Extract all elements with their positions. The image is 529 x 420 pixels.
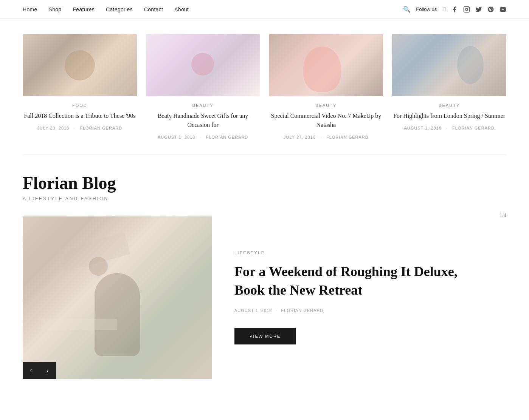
nav-right: 🔍 Follow us  [403, 6, 506, 13]
nav-shop[interactable]: Shop [49, 6, 62, 12]
instagram-icon[interactable] [463, 6, 470, 13]
blog-title: Florian Blog [23, 174, 506, 193]
featured-title: For a Weekend of Roughing It Deluxe, Boo… [234, 262, 484, 299]
card-1: FOOD Fall 2018 Collection is a Tribute t… [23, 34, 137, 139]
prev-button[interactable]: ‹ [23, 362, 39, 379]
nav-features[interactable]: Features [73, 6, 95, 12]
card-1-image [23, 34, 137, 96]
facebook-icon[interactable] [451, 6, 458, 13]
facebook-icon[interactable]:  [444, 6, 446, 13]
cards-section: FOOD Fall 2018 Collection is a Tribute t… [0, 19, 529, 151]
pinterest-icon[interactable] [487, 6, 494, 13]
card-3-category: BEAUTY [269, 103, 383, 108]
search-icon[interactable]: 🔍 [403, 6, 411, 13]
card-4-title: For Highlights from London Spring / Summ… [392, 111, 506, 120]
youtube-icon[interactable] [500, 6, 506, 13]
featured-content: ‹ › 1/4 LIFESTYLE For a Weekend of Rough… [23, 216, 506, 379]
card-2-meta: AUGUST 1, 2018 · FLORIAN GERARD [146, 135, 260, 139]
card-2-date: AUGUST 1, 2018 [158, 135, 195, 139]
card-4-meta: AUGUST 1, 2018 · FLORIAN GERARD [392, 126, 506, 130]
featured-text: 1/4 LIFESTYLE For a Weekend of Roughing … [212, 216, 506, 379]
card-3-image [269, 34, 383, 96]
card-3-date: JULY 27, 2018 [284, 135, 316, 139]
svg-rect-0 [464, 6, 470, 12]
card-2-category: BEAUTY [146, 103, 260, 108]
nav-about[interactable]: About [174, 6, 189, 12]
nav-categories[interactable]: Categories [106, 6, 133, 12]
card-4-image [392, 34, 506, 96]
svg-point-1 [465, 8, 468, 11]
card-4: BEAUTY For Highlights from London Spring… [392, 34, 506, 139]
nav-contact[interactable]: Contact [144, 6, 163, 12]
svg-point-2 [468, 8, 468, 8]
follow-label: Follow us [416, 6, 437, 12]
featured-date: AUGUST 1, 2018 [234, 308, 272, 313]
nav-home[interactable]: Home [23, 6, 37, 12]
card-2: BEAUTY Beaty Handmade Sweet Gifts for an… [146, 34, 260, 139]
featured-nav-controls: ‹ › [23, 362, 56, 379]
slide-counter: 1/4 [500, 213, 506, 219]
next-button[interactable]: › [39, 362, 56, 379]
card-1-category: FOOD [23, 103, 137, 108]
card-1-title: Fall 2018 Collection is a Tribute to The… [23, 111, 137, 120]
card-3-meta: JULY 27, 2018 · FLORIAN GERARD [269, 135, 383, 139]
card-1-author: FLORIAN GERARD [80, 126, 122, 130]
card-1-date: JULY 30, 2018 [37, 126, 70, 130]
card-3-author: FLORIAN GERARD [326, 135, 369, 139]
card-2-title: Beaty Handmade Sweet Gifts for any Occas… [146, 111, 260, 130]
card-2-image [146, 34, 260, 96]
card-4-date: AUGUST 1, 2018 [404, 126, 441, 130]
blog-subtitle: A LIFESTYLE AND FASHION [23, 196, 506, 201]
main-nav: Home Shop Features Categories Contact Ab… [0, 0, 529, 19]
card-3-title: Special Commercial Video No. 7 MakeUp by… [269, 111, 383, 130]
card-1-meta: JULY 30, 2018 · FLORIAN GERARD [23, 126, 137, 130]
card-4-author: FLORIAN GERARD [452, 126, 495, 130]
featured-category: LIFESTYLE [234, 250, 484, 255]
featured-section: Florian Blog A LIFESTYLE AND FASHION ‹ ›… [0, 155, 529, 379]
view-more-button[interactable]: VIEW MORE [234, 328, 296, 344]
card-4-category: BEAUTY [392, 103, 506, 108]
featured-image: ‹ › [23, 216, 212, 379]
featured-meta: AUGUST 1, 2018 · FLORIAN GERARD [234, 308, 484, 313]
card-3: BEAUTY Special Commercial Video No. 7 Ma… [269, 34, 383, 139]
card-2-author: FLORIAN GERARD [206, 135, 248, 139]
featured-author: FLORIAN GERARD [281, 308, 324, 313]
twitter-icon[interactable] [475, 6, 482, 13]
nav-links: Home Shop Features Categories Contact Ab… [23, 6, 189, 12]
